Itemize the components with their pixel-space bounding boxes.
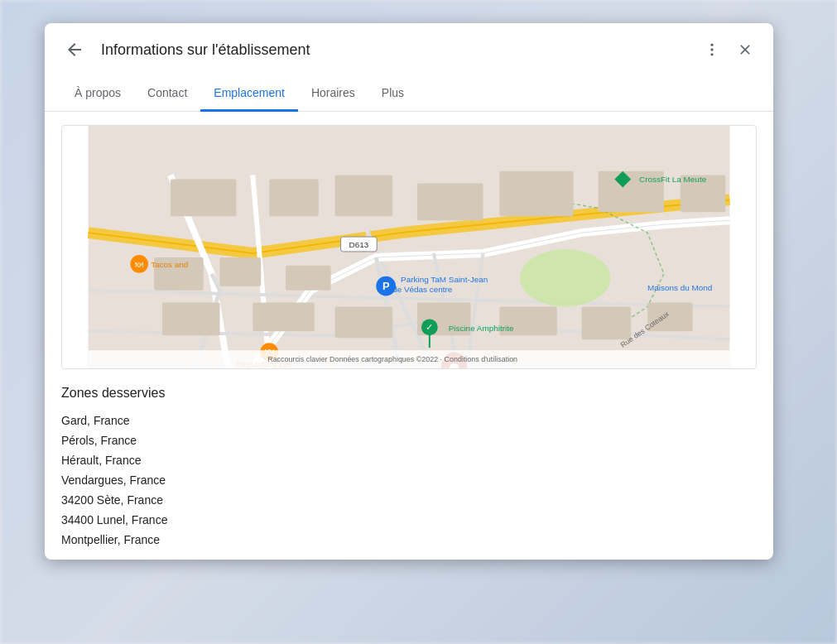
svg-rect-15: [582, 307, 632, 340]
list-item: 34400 Lunel, France: [61, 513, 757, 526]
svg-text:✓: ✓: [426, 322, 433, 332]
svg-text:Raccourcis clavier    Données : Raccourcis clavier Données cartographiqu…: [267, 355, 517, 363]
svg-rect-19: [335, 307, 393, 339]
header-actions: [700, 38, 757, 61]
tab-horaires[interactable]: Horaires: [298, 76, 368, 112]
list-item: Gard, France: [61, 414, 757, 427]
svg-text:Tacos and: Tacos and: [151, 260, 188, 269]
modal-content[interactable]: D613 P Parking TaM Saint-Jean de Védas c…: [45, 112, 773, 560]
svg-rect-8: [335, 175, 393, 217]
svg-rect-12: [499, 171, 573, 217]
svg-text:de Védas centre: de Védas centre: [392, 285, 453, 294]
svg-point-2: [710, 53, 713, 55]
svg-text:P: P: [382, 280, 390, 292]
zones-list: Gard, France Pérols, France Hérault, Fra…: [61, 414, 757, 546]
list-item: Hérault, France: [61, 454, 757, 467]
modal-header: Informations sur l'établissement: [45, 23, 773, 76]
modal-title: Informations sur l'établissement: [101, 41, 687, 59]
info-modal: Informations sur l'établissement: [45, 23, 773, 560]
svg-rect-7: [286, 266, 331, 291]
list-item: Pérols, France: [61, 434, 757, 447]
tab-contact[interactable]: Contact: [134, 76, 200, 112]
tab-apropos[interactable]: À propos: [61, 76, 134, 112]
list-item: 34200 Sète, France: [61, 493, 757, 507]
svg-text:Piscine Amphitrite: Piscine Amphitrite: [449, 324, 514, 333]
tab-emplacement[interactable]: Emplacement: [200, 76, 298, 112]
svg-text:D613: D613: [349, 240, 369, 249]
svg-rect-11: [417, 184, 483, 221]
tabs-bar: À propos Contact Emplacement Horaires Pl…: [45, 76, 773, 112]
back-button[interactable]: [61, 36, 88, 63]
svg-rect-9: [269, 180, 319, 217]
tab-plus[interactable]: Plus: [368, 76, 417, 112]
svg-text:Maisons du Mond: Maisons du Mond: [647, 283, 712, 292]
map-container[interactable]: D613 P Parking TaM Saint-Jean de Védas c…: [61, 125, 757, 369]
svg-point-1: [710, 48, 713, 50]
more-options-button[interactable]: [700, 38, 724, 61]
svg-rect-10: [171, 180, 236, 217]
list-item: Montpellier, France: [61, 533, 757, 546]
svg-rect-20: [253, 303, 314, 332]
svg-point-0: [710, 44, 713, 46]
svg-text:🍽: 🍽: [135, 260, 143, 269]
zones-section: Zones desservies Gard, France Pérols, Fr…: [61, 386, 757, 546]
svg-text:CrossFit La Meute: CrossFit La Meute: [639, 175, 707, 184]
svg-point-4: [520, 249, 610, 307]
svg-rect-6: [220, 257, 262, 286]
zones-title: Zones desservies: [61, 386, 757, 401]
list-item: Vendargues, France: [61, 473, 757, 487]
svg-text:Parking TaM Saint-Jean: Parking TaM Saint-Jean: [401, 275, 488, 284]
close-button[interactable]: [734, 38, 757, 61]
svg-rect-21: [162, 303, 220, 336]
